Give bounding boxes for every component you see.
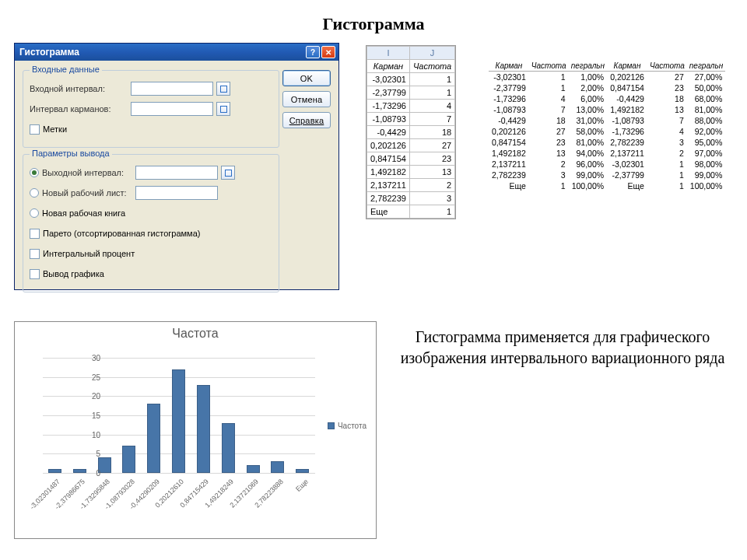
table-cell: -1,73296 — [489, 93, 529, 104]
labels-checkbox-text: Метки — [43, 124, 67, 134]
new-book-label: Новая рабочая книга — [42, 208, 125, 218]
chart-bar — [222, 423, 235, 473]
table-cell: 7 — [409, 113, 454, 126]
input-interval-field[interactable] — [131, 82, 213, 96]
table-cell: -1,08793 — [607, 115, 647, 126]
table-cell: 2 — [529, 159, 569, 170]
chart-title: Частота — [15, 327, 376, 341]
table-cell: -2,37799 — [367, 86, 410, 100]
input-group: Входные данные Входной интервал: Интерва… — [23, 70, 279, 148]
table-cell: Еще — [607, 180, 647, 191]
table-cell: 1,492182 — [607, 104, 647, 115]
range-picker-icon[interactable] — [216, 102, 230, 116]
table-cell: 1,492182 — [367, 166, 410, 179]
legend-label: Частота — [338, 422, 366, 430]
table-cell: Еще — [367, 205, 410, 219]
table-cell: 99,00% — [569, 170, 607, 180]
help-icon[interactable]: ? — [306, 46, 320, 58]
labels-checkbox[interactable] — [30, 124, 40, 135]
y-tick-label: 0 — [77, 469, 100, 478]
table-cell: -3,02301 — [367, 73, 410, 86]
table-cell: 100,00% — [687, 180, 725, 191]
chart-output-checkbox[interactable] — [30, 269, 40, 279]
table-cell: 1,492182 — [489, 148, 529, 159]
table-cell: 0,847154 — [489, 137, 529, 148]
table-cell: 2,00% — [569, 82, 607, 93]
chart-bar — [122, 446, 135, 473]
dialog-title: Гистограмма — [19, 47, 79, 58]
table-cell: 13 — [409, 166, 454, 179]
y-tick-label: 5 — [77, 450, 100, 458]
bin-interval-field[interactable] — [131, 102, 213, 116]
histogram-dialog: Гистограмма ? ✕ OK Отмена Справка Входны… — [14, 43, 339, 290]
table-cell: 31,00% — [569, 115, 607, 126]
range-picker-icon[interactable] — [221, 166, 235, 180]
table-cell: 68,00% — [687, 93, 725, 104]
new-book-radio[interactable] — [30, 208, 39, 218]
table-cell: 27 — [647, 72, 687, 83]
table-cell: 81,00% — [687, 104, 725, 115]
group1-legend: Входные данные — [30, 65, 102, 74]
y-tick-label: 20 — [77, 392, 100, 401]
table-cell: 2,137211 — [489, 159, 529, 170]
table-cell: 0,847154 — [367, 152, 410, 166]
table-cell: 1 — [647, 159, 687, 170]
table-cell: 1 — [529, 180, 569, 191]
output-interval-field[interactable] — [135, 166, 218, 180]
frequency-table: I J Карман Частота -3,023011-2,377991-1,… — [366, 45, 456, 219]
table-header: Карман — [489, 61, 529, 72]
table-cell: -3,02301 — [489, 72, 529, 83]
col-header: I — [367, 47, 410, 60]
integral-checkbox[interactable] — [30, 249, 40, 259]
y-tick-label: 15 — [77, 411, 100, 420]
table-cell: 1 — [409, 86, 454, 100]
table-cell: 27,00% — [687, 72, 725, 83]
table-cell: 0,202126 — [607, 72, 647, 83]
y-tick-label: 30 — [77, 354, 100, 362]
table-header: Карман — [607, 61, 647, 72]
table-header: пегральн — [687, 61, 725, 72]
table-cell: 1 — [409, 205, 454, 219]
table-cell: -3,02301 — [607, 159, 647, 170]
table-cell: 96,00% — [569, 159, 607, 170]
cancel-button[interactable]: Отмена — [282, 91, 331, 107]
chart-bar — [172, 369, 185, 473]
table-cell: 3 — [409, 192, 454, 205]
table-cell: -2,37799 — [607, 170, 647, 180]
table-cell: 13,00% — [569, 104, 607, 115]
pareto-label: Парето (отсортированная гистограмма) — [43, 229, 200, 238]
table-cell: 92,00% — [687, 126, 725, 137]
table-cell: 95,00% — [687, 137, 725, 148]
table-cell: -0,4429 — [489, 115, 529, 126]
ok-button[interactable]: OK — [282, 70, 331, 86]
table-cell: 1 — [529, 72, 569, 83]
new-sheet-field[interactable] — [135, 186, 218, 200]
table-cell: Еще — [489, 180, 529, 191]
close-icon[interactable]: ✕ — [321, 46, 335, 58]
table-cell: 7 — [529, 104, 569, 115]
table-cell: 3 — [647, 137, 687, 148]
table-cell: -1,08793 — [367, 113, 410, 126]
input-interval-label: Входной интервал: — [30, 84, 131, 93]
table-cell: 1 — [529, 82, 569, 93]
table-cell: -1,73296 — [367, 100, 410, 113]
table-cell: -0,4429 — [367, 126, 410, 139]
new-sheet-label: Новый рабочий лист: — [42, 188, 135, 198]
table-cell: 2 — [647, 148, 687, 159]
dialog-titlebar: Гистограмма ? ✕ — [15, 44, 338, 61]
table-cell: 4 — [409, 100, 454, 113]
range-picker-icon[interactable] — [216, 82, 230, 96]
output-interval-radio[interactable] — [30, 168, 39, 177]
table-cell: -0,4429 — [607, 93, 647, 104]
help-button[interactable]: Справка — [282, 112, 331, 128]
table-cell: 1,00% — [569, 72, 607, 83]
table-cell: 2 — [409, 179, 454, 192]
table-cell: 88,00% — [687, 115, 725, 126]
table-cell: 13 — [647, 104, 687, 115]
table-cell: 18 — [529, 115, 569, 126]
table-header: Карман — [367, 60, 410, 73]
table-cell: 7 — [647, 115, 687, 126]
pareto-checkbox[interactable] — [30, 229, 40, 239]
new-sheet-radio[interactable] — [30, 188, 39, 198]
table-header: пегральн — [569, 61, 607, 72]
